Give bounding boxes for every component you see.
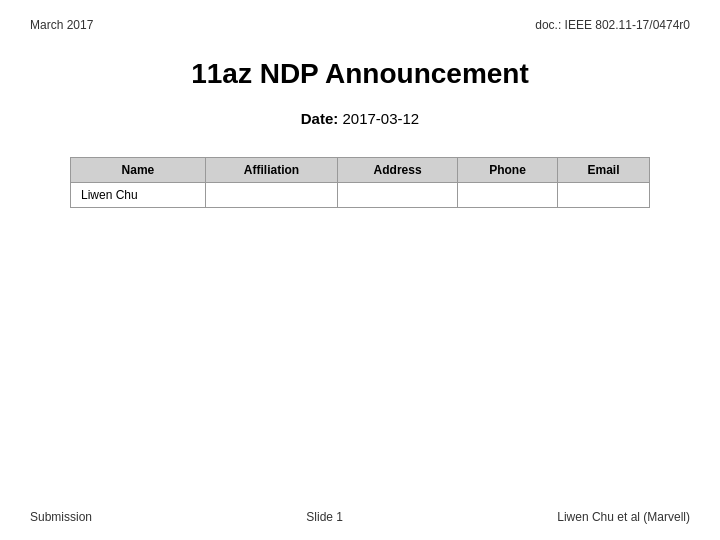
footer-center: Slide 1 (306, 510, 343, 524)
authors-table: Name Affiliation Address Phone Email Liw… (70, 157, 650, 208)
main-title: 11az NDP Announcement (30, 58, 690, 90)
col-header-affiliation: Affiliation (205, 158, 337, 183)
table-cell (457, 183, 557, 208)
table-cell (338, 183, 458, 208)
col-header-name: Name (71, 158, 206, 183)
table-container: Name Affiliation Address Phone Email Liw… (70, 157, 650, 208)
footer-left: Submission (30, 510, 92, 524)
col-header-address: Address (338, 158, 458, 183)
date-label: Date: (301, 110, 339, 127)
header-left: March 2017 (30, 18, 93, 32)
date-value: 2017-03-12 (342, 110, 419, 127)
table-cell (558, 183, 650, 208)
col-header-phone: Phone (457, 158, 557, 183)
col-header-email: Email (558, 158, 650, 183)
footer: Submission Slide 1 Liwen Chu et al (Marv… (30, 510, 690, 524)
title-section: 11az NDP Announcement Date: 2017-03-12 (30, 58, 690, 127)
slide: March 2017 doc.: IEEE 802.11-17/0474r0 1… (0, 0, 720, 540)
table-cell: Liwen Chu (71, 183, 206, 208)
table-row: Liwen Chu (71, 183, 650, 208)
header-right: doc.: IEEE 802.11-17/0474r0 (535, 18, 690, 32)
footer-right: Liwen Chu et al (Marvell) (557, 510, 690, 524)
table-cell (205, 183, 337, 208)
table-header-row: Name Affiliation Address Phone Email (71, 158, 650, 183)
date-line: Date: 2017-03-12 (30, 110, 690, 127)
